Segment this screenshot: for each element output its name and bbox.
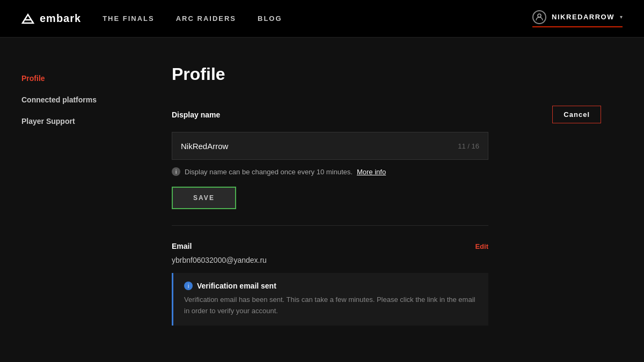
char-count: 11 / 16 [458, 142, 479, 150]
display-name-input[interactable] [181, 142, 458, 151]
display-name-label: Display name [172, 110, 220, 119]
email-value: ybrbnf06032000@yandex.ru [172, 256, 601, 264]
nav-blog[interactable]: BLOG [258, 14, 282, 23]
more-info-link[interactable]: More info [357, 168, 386, 176]
verification-title-row: i Verification email sent [184, 282, 478, 290]
verification-title: Verification email sent [197, 282, 276, 290]
sidebar-item-player-support[interactable]: Player Support [21, 113, 118, 130]
sidebar: Profile Connected platforms Player Suppo… [0, 38, 140, 362]
sidebar-item-connected-platforms[interactable]: Connected platforms [21, 91, 118, 108]
page-title: Profile [172, 64, 601, 84]
svg-point-2 [538, 14, 541, 17]
save-button[interactable]: SAVE [172, 187, 236, 209]
verification-box: i Verification email sent Verification e… [172, 273, 488, 326]
info-icon: i [172, 167, 180, 176]
display-name-header: Display name Cancel [172, 106, 601, 123]
nav-the-finals[interactable]: THE FINALS [103, 14, 155, 23]
display-name-input-wrapper: 11 / 16 [172, 132, 488, 160]
username-label: NIKREDARROW [552, 13, 614, 21]
main-content: Profile Display name Cancel 11 / 16 i Di… [140, 38, 644, 362]
edit-email-link[interactable]: Edit [475, 242, 488, 250]
header-left: embark THE FINALS ARC RAIDERS BLOG [21, 12, 282, 25]
logo-text: embark [40, 12, 81, 25]
email-header: Email Edit [172, 242, 488, 250]
section-divider [172, 225, 488, 226]
info-text: Display name can be changed once every 1… [185, 168, 353, 176]
page-content: Profile Connected platforms Player Suppo… [0, 38, 644, 362]
main-nav: THE FINALS ARC RAIDERS BLOG [103, 14, 282, 23]
user-menu[interactable]: NIKREDARROW ▾ [532, 10, 623, 27]
sidebar-item-profile[interactable]: Profile [21, 70, 118, 87]
verification-text: Verification email has been sent. This c… [184, 294, 478, 317]
user-avatar-icon [532, 10, 546, 24]
chevron-down-icon: ▾ [620, 14, 623, 20]
embark-logo-icon [21, 12, 34, 25]
nav-arc-raiders[interactable]: ARC RAIDERS [176, 14, 236, 23]
verification-info-icon: i [184, 282, 193, 290]
cancel-button[interactable]: Cancel [552, 106, 601, 123]
email-label: Email [172, 242, 192, 250]
svg-marker-0 [23, 14, 33, 23]
logo[interactable]: embark [21, 12, 81, 25]
info-row: i Display name can be changed once every… [172, 167, 601, 176]
